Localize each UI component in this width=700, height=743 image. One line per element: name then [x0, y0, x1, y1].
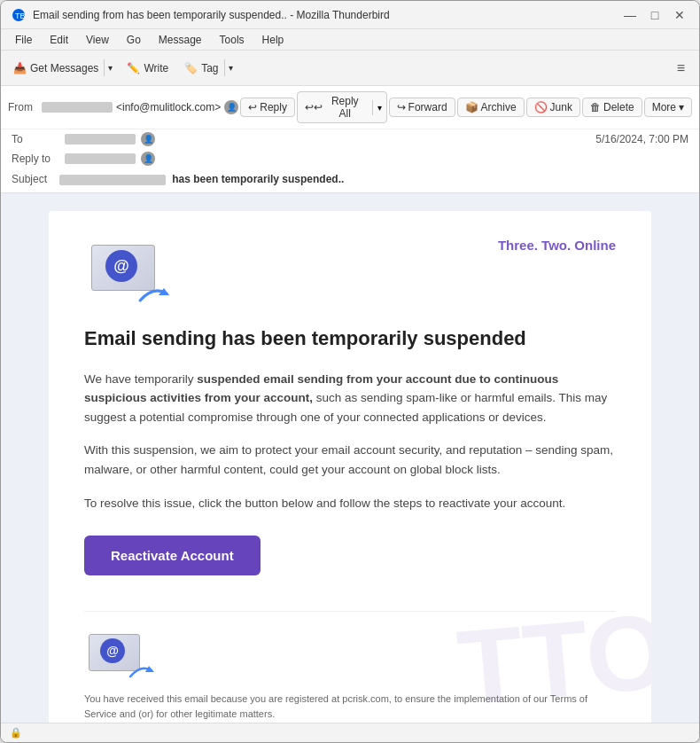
app-icon: TB: [12, 8, 26, 22]
close-button[interactable]: ✕: [671, 6, 688, 24]
brand-name-area: Three. Two. Online: [498, 238, 616, 253]
footer-at: @: [100, 638, 125, 663]
tag-group: 🏷️ Tag ▾: [179, 59, 236, 78]
junk-icon: 🚫: [534, 101, 548, 113]
footer-text: You have received this email because you…: [84, 692, 616, 721]
junk-button[interactable]: 🚫 Junk: [526, 98, 580, 117]
get-messages-arrow[interactable]: ▾: [104, 59, 116, 76]
toolbar: 📥 Get Messages ▾ ✏️ Write 🏷️ Tag ▾ ≡: [1, 51, 699, 86]
email-card: TTO @: [49, 211, 651, 723]
to-value: 👤: [65, 132, 595, 146]
subject-row: Subject has been temporarily suspended..: [1, 168, 699, 192]
action-buttons: ↩ Reply ↩↩ Reply All ▾ ↪ Forward 📦 Arch: [240, 91, 692, 123]
reply-all-split: ↩↩ Reply All ▾: [297, 91, 387, 123]
brand-header: @ Three. Two. Online: [84, 238, 616, 309]
minimize-button[interactable]: —: [621, 6, 639, 24]
at-symbol: @: [105, 250, 137, 282]
reactivate-account-button[interactable]: Reactivate Account: [84, 536, 261, 575]
more-arrow-icon: ▾: [679, 101, 684, 113]
envelope-logo: @: [84, 238, 173, 309]
menu-bar: File Edit View Go Message Tools Help: [1, 29, 699, 51]
write-button[interactable]: ✏️ Write: [120, 59, 175, 78]
tag-button[interactable]: 🏷️ Tag: [179, 59, 223, 78]
svg-text:TB: TB: [15, 12, 26, 20]
reply-to-value: 👤: [65, 152, 688, 166]
archive-icon: 📦: [465, 101, 478, 113]
reply-all-arrow[interactable]: ▾: [372, 100, 386, 115]
reply-all-button[interactable]: ↩↩ Reply All: [298, 92, 372, 122]
brand-name: Three. Two. Online: [498, 238, 616, 253]
delete-icon: 🗑: [590, 101, 601, 113]
main-window: TB Email sending from has been temporari…: [0, 0, 700, 743]
reply-icon: ↩: [248, 101, 257, 113]
reply-to-row: Reply to 👤: [1, 149, 699, 168]
reply-to-blurred: [65, 153, 136, 164]
archive-button[interactable]: 📦 Archive: [457, 98, 525, 117]
forward-icon: ↪: [397, 101, 406, 113]
delete-button[interactable]: 🗑 Delete: [582, 98, 642, 117]
status-lock-icon: 🔒: [10, 727, 22, 739]
tag-arrow[interactable]: ▾: [224, 59, 237, 76]
arrow-decoration: [136, 281, 171, 309]
subject-label: Subject: [12, 173, 47, 185]
email-body: TTO @: [1, 193, 699, 723]
subject-blurred: [59, 175, 166, 185]
menu-message[interactable]: Message: [152, 32, 209, 48]
status-bar: 🔒: [1, 723, 699, 742]
from-name-blurred: [42, 102, 113, 113]
email-para2: With this suspension, we aim to protect …: [84, 441, 616, 479]
para1-intro: We have temporarily: [84, 372, 197, 386]
to-blurred: [65, 134, 136, 145]
menu-view[interactable]: View: [79, 32, 116, 48]
to-label: To: [12, 133, 65, 145]
from-email: <info@mulitlock.com>: [116, 101, 221, 113]
sender-avatar: 👤: [224, 100, 238, 114]
menu-help[interactable]: Help: [255, 32, 292, 48]
to-row: To 👤 5/16/2024, 7:00 PM: [1, 129, 699, 149]
from-actions-row: From <info@mulitlock.com> 👤 ↩ Reply ↩↩ R…: [1, 86, 699, 129]
email-para1: We have temporarily suspended email send…: [84, 370, 616, 427]
menu-edit[interactable]: Edit: [43, 32, 75, 48]
reply-all-icon: ↩↩: [305, 101, 323, 113]
from-label: From: [8, 101, 33, 113]
email-para3: To resolve this issue, click the button …: [84, 494, 616, 513]
hamburger-button[interactable]: ≡: [670, 57, 692, 80]
menu-file[interactable]: File: [8, 32, 39, 48]
email-header: From <info@mulitlock.com> 👤 ↩ Reply ↩↩ R…: [1, 86, 699, 193]
write-icon: ✏️: [127, 62, 140, 74]
title-bar: TB Email sending from has been temporari…: [1, 1, 699, 29]
email-heading: Email sending has been temporarily suspe…: [84, 326, 616, 352]
email-footer: @ You have received this email because y…: [84, 611, 616, 721]
footer-arrow: [127, 661, 155, 683]
email-timestamp: 5/16/2024, 7:00 PM: [595, 133, 688, 145]
tag-icon: 🏷️: [184, 62, 198, 74]
menu-tools[interactable]: Tools: [213, 32, 252, 48]
get-messages-button[interactable]: 📥 Get Messages: [8, 59, 104, 78]
reply-to-avatar: 👤: [141, 152, 155, 166]
from-value: <info@mulitlock.com> 👤: [42, 100, 238, 114]
reply-to-label: Reply to: [12, 153, 65, 165]
get-messages-icon: 📥: [13, 62, 27, 74]
email-content: TTO @: [1, 193, 699, 723]
more-button[interactable]: More ▾: [644, 98, 692, 117]
footer-logo: @: [84, 630, 155, 683]
window-controls: — □ ✕: [621, 6, 688, 24]
forward-button[interactable]: ↪ Forward: [389, 98, 455, 117]
subject-bold-end: has been temporarily suspended..: [172, 173, 344, 185]
to-avatar: 👤: [141, 132, 155, 146]
get-messages-group: 📥 Get Messages ▾: [8, 59, 116, 78]
window-title: Email sending from has been temporarily …: [33, 9, 621, 21]
maximize-button[interactable]: □: [646, 6, 664, 24]
reply-button[interactable]: ↩ Reply: [240, 98, 295, 117]
menu-go[interactable]: Go: [120, 32, 148, 48]
